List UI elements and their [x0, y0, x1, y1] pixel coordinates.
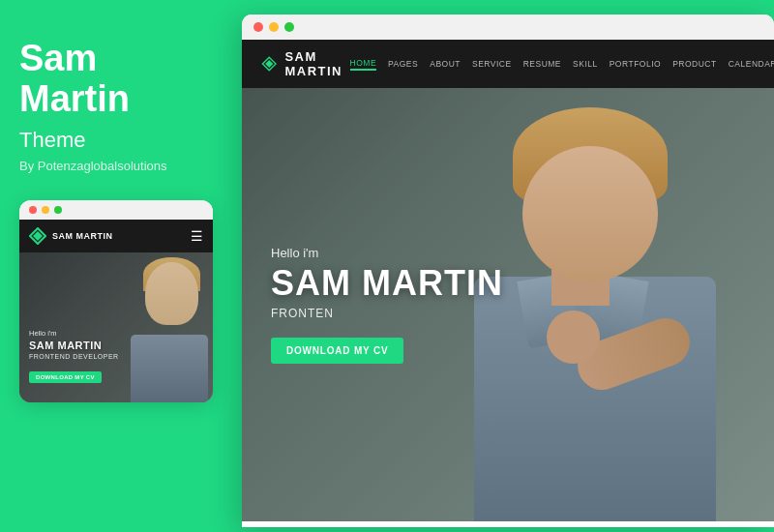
- nav-home[interactable]: HOME: [350, 58, 377, 71]
- mobile-person-face: [145, 262, 198, 325]
- desktop-browser-bar: [242, 15, 774, 40]
- mobile-browser-bar: [19, 200, 213, 220]
- mobile-person-shirt: [131, 335, 208, 402]
- mobile-preview: SAM MARTIN ☰ Hello i'm SAM MARTIN FRONTE…: [19, 200, 213, 402]
- desktop-dot-red: [253, 22, 263, 32]
- desktop-dot-green: [284, 22, 294, 32]
- theme-by: By Potenzaglobalsolutions: [19, 159, 221, 173]
- mobile-download-btn[interactable]: DOWNLOAD MY CV: [29, 371, 102, 383]
- mobile-logo-text: SAM MARTIN: [52, 231, 113, 241]
- mobile-content: SAM MARTIN ☰ Hello i'm SAM MARTIN FRONTE…: [19, 220, 213, 402]
- mobile-dot-red: [29, 206, 37, 214]
- desktop-content: SAM MARTIN HOME PAGES ABOUT SERVICE RESU…: [242, 40, 774, 521]
- desktop-navbar: SAM MARTIN HOME PAGES ABOUT SERVICE RESU…: [242, 40, 774, 88]
- desktop-hello: Hello i'm: [271, 246, 503, 260]
- desktop-role: FRONTEN: [271, 307, 503, 320]
- desktop-dot-yellow: [269, 22, 279, 32]
- nav-about[interactable]: ABOUT: [430, 59, 461, 69]
- desktop-logo-icon: [261, 52, 277, 75]
- mobile-hamburger-icon[interactable]: ☰: [191, 228, 203, 244]
- dp-face: [522, 146, 658, 281]
- nav-portfolio[interactable]: PORTFOLIO: [610, 59, 661, 69]
- mobile-role: FRONTEND DEVELOPER: [29, 353, 119, 360]
- desktop-hero-text: Hello i'm SAM MARTIN FRONTEN DOWNLOAD MY…: [271, 246, 503, 364]
- mobile-dot-green: [54, 206, 62, 214]
- nav-service[interactable]: SERVICE: [472, 59, 512, 69]
- mobile-hero: Hello i'm SAM MARTIN FRONTEND DEVELOPER …: [19, 252, 213, 402]
- nav-pages[interactable]: PAGES: [388, 59, 418, 69]
- nav-calendar[interactable]: CALENDAR: [729, 59, 774, 69]
- mobile-logo-icon: [29, 227, 46, 245]
- desktop-logo-area: SAM MARTIN: [261, 49, 350, 78]
- desktop-preview: SAM MARTIN HOME PAGES ABOUT SERVICE RESU…: [242, 15, 774, 527]
- theme-title: Sam Martin: [19, 39, 221, 120]
- mobile-name: SAM MARTIN: [29, 340, 119, 351]
- desktop-hero: Hello i'm SAM MARTIN FRONTEN DOWNLOAD MY…: [242, 88, 774, 521]
- left-panel: Sam Martin Theme By Potenzaglobalsolutio…: [0, 0, 240, 532]
- theme-subtitle: Theme: [19, 128, 221, 153]
- desktop-download-btn[interactable]: DOWNLOAD MY CV: [271, 338, 403, 364]
- mobile-hello: Hello i'm: [29, 329, 119, 338]
- svg-marker-3: [265, 60, 273, 68]
- nav-product[interactable]: PRODUCT: [672, 59, 717, 69]
- dp-hand: [547, 310, 600, 364]
- mobile-dot-yellow: [42, 206, 49, 214]
- mobile-navbar: SAM MARTIN ☰: [19, 220, 213, 252]
- nav-skill[interactable]: SKILL: [573, 59, 598, 69]
- nav-resume[interactable]: RESUME: [523, 59, 561, 69]
- desktop-name: SAM MARTIN: [271, 266, 503, 301]
- desktop-logo-text: SAM MARTIN: [284, 49, 349, 78]
- desktop-nav-links: HOME PAGES ABOUT SERVICE RESUME SKILL PO…: [350, 58, 774, 71]
- mobile-logo-area: SAM MARTIN: [29, 227, 113, 245]
- mobile-hero-text: Hello i'm SAM MARTIN FRONTEND DEVELOPER …: [29, 329, 119, 383]
